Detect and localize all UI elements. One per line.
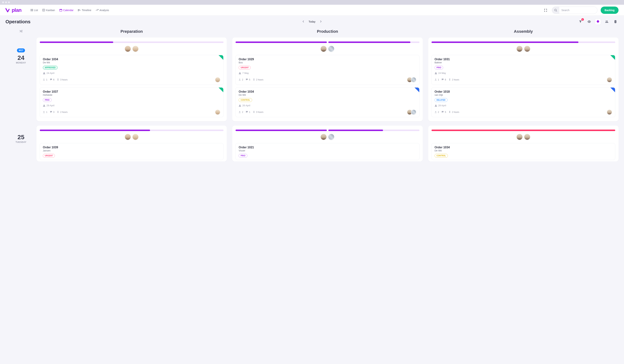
attachments-count: 2: [239, 78, 243, 81]
avatar-machine[interactable]: [411, 77, 416, 82]
order-card[interactable]: Order 1029 Bos URGENT 7 May 2 5 2 hours: [235, 55, 419, 85]
progress-bar: [328, 42, 419, 43]
column-preparation: Order 1034 De Wit APPROVED 24 April 1 6 …: [36, 38, 227, 161]
hours-count: 2 hours: [57, 111, 67, 114]
svg-rect-14: [78, 11, 79, 11]
upload-icon: [435, 111, 437, 114]
topbar: plan List Kanban Calendar Timeline Analy…: [0, 5, 624, 16]
date-icon: [239, 72, 241, 74]
avatar-machine[interactable]: [328, 134, 335, 140]
day-rail: W17 24 MONDAY 25 TUESDAY: [5, 38, 36, 161]
svg-point-19: [607, 21, 608, 22]
comments-count: 1: [246, 111, 250, 114]
avatar[interactable]: [524, 134, 530, 140]
tag-delayed: DELAYED: [435, 98, 447, 102]
progress-row: [235, 42, 419, 43]
avatar[interactable]: [132, 46, 139, 52]
visibility-button[interactable]: [586, 19, 592, 25]
hours-count: 3 hours: [57, 78, 67, 81]
avatar[interactable]: [320, 46, 327, 52]
avatar[interactable]: [125, 134, 131, 140]
search-box[interactable]: [552, 6, 598, 14]
order-card[interactable]: Order 1034 De Wit CONTROL: [432, 143, 615, 160]
avatar[interactable]: [215, 109, 220, 115]
card-corner-icon: [219, 88, 223, 92]
expand-button[interactable]: [543, 7, 548, 13]
order-card[interactable]: Order 1039 Jansen URGENT: [40, 143, 224, 160]
progress-row: [40, 42, 224, 43]
order-card[interactable]: Order 1021 Visser PRIO: [235, 143, 419, 160]
avatar[interactable]: [516, 46, 523, 52]
avatar[interactable]: [607, 109, 612, 115]
comment-icon: [442, 111, 444, 114]
backlog-button[interactable]: Backlog: [601, 6, 619, 14]
today-button[interactable]: Today: [309, 20, 315, 23]
progress-bar: [235, 42, 327, 43]
upload-icon: [43, 78, 45, 81]
prev-button[interactable]: [302, 20, 305, 24]
day-number: 25: [18, 134, 25, 140]
avatar[interactable]: [516, 134, 523, 140]
nav-kanban[interactable]: Kanban: [40, 8, 57, 13]
nav-calendar[interactable]: Calendar: [58, 8, 76, 13]
next-button[interactable]: [319, 20, 322, 24]
avatar[interactable]: [607, 77, 612, 82]
card-corner-icon: [610, 55, 615, 60]
resource-button[interactable]: [612, 19, 619, 25]
comment-icon: [246, 78, 248, 81]
card-title: Order 1034: [435, 146, 612, 149]
svg-rect-9: [60, 9, 62, 10]
day-panel: Order 1021 Visser PRIO: [232, 126, 423, 161]
card-title: Order 1034: [43, 58, 220, 61]
avatars-row: [235, 134, 419, 140]
day-block: W17 24 MONDAY: [16, 48, 26, 134]
svg-point-17: [589, 21, 590, 22]
attachments-count: 2: [239, 111, 243, 114]
kanban-icon: [42, 9, 45, 11]
upload-icon: [239, 111, 241, 114]
search-input[interactable]: [559, 9, 597, 12]
hours-icon: [57, 111, 59, 114]
date-icon: [239, 104, 241, 107]
progress-row: [432, 42, 615, 43]
svg-line-16: [556, 11, 557, 11]
avatar[interactable]: [215, 77, 220, 82]
puzzle-button[interactable]: [595, 19, 601, 25]
order-card[interactable]: Order 1034 De Wit CONTROL 26 April 2 1 3…: [235, 87, 419, 117]
nav-timeline[interactable]: Timeline: [76, 8, 93, 13]
progress-bar: [328, 130, 419, 131]
comment-icon: [50, 78, 52, 81]
order-card[interactable]: Order 1037 Hofstede PRIO 29 April 1 3 2 …: [40, 87, 224, 117]
avatar[interactable]: [132, 134, 139, 140]
card-title: Order 1021: [239, 146, 416, 149]
filter-button[interactable]: 1: [577, 19, 584, 25]
nav-list[interactable]: List: [28, 8, 40, 13]
order-card[interactable]: Order 1031 Bakker PRIO 24 May 1 6 2 hour…: [432, 55, 615, 85]
card-corner-icon: [610, 88, 615, 92]
people-button[interactable]: [604, 19, 610, 25]
avatar[interactable]: [125, 46, 131, 52]
nav-analysis[interactable]: Analysis: [94, 8, 111, 13]
order-card[interactable]: Order 1018 van Dijk DELAYED 28 April 2 5…: [432, 87, 615, 117]
logo[interactable]: plan: [5, 7, 22, 13]
tag-prio: PRIO: [239, 154, 247, 158]
card-footer: 1 6 3 hours: [43, 77, 220, 82]
date-icon: [43, 104, 45, 107]
progress-row: [40, 130, 224, 131]
attachments-count: 1: [435, 78, 439, 81]
avatar[interactable]: [524, 46, 530, 52]
main-nav: List Kanban Calendar Timeline Analysis: [28, 8, 111, 13]
avatar-machine[interactable]: [328, 46, 335, 52]
hours-count: 3 hours: [253, 111, 263, 114]
tag-control: CONTROL: [239, 98, 252, 102]
card-footer: 2 5 2 hours: [239, 77, 416, 82]
card-subtitle: De Wit: [43, 61, 220, 64]
order-card[interactable]: Order 1034 De Wit APPROVED 24 April 1 6 …: [40, 55, 224, 85]
avatar-machine[interactable]: [411, 109, 416, 115]
avatars-row: [235, 46, 419, 52]
card-subtitle: Bos: [239, 61, 416, 64]
avatar[interactable]: [320, 134, 327, 140]
hours-count: 2 hours: [253, 78, 263, 81]
shuffle-button[interactable]: [19, 29, 23, 33]
comment-icon: [50, 111, 52, 114]
